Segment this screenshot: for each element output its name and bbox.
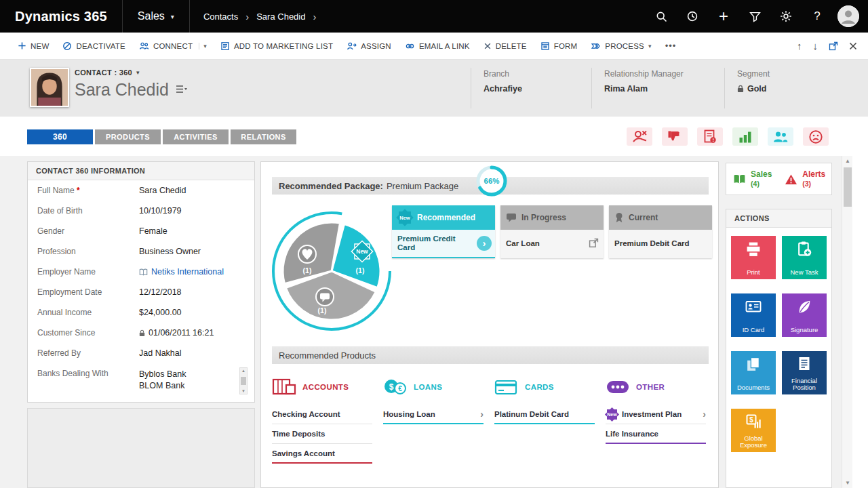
app-logo[interactable]: Dynamics 365 [0,9,122,24]
banks-scrollbar[interactable]: ▲ ▼ [239,367,248,394]
svg-text:(1): (1) [303,266,312,274]
package-card-current[interactable]: Current Premium Debit Card [609,205,712,258]
sales-alerts-panel: Sales (4) Alerts (3) [726,163,832,195]
svg-text:$: $ [749,416,753,424]
field-value[interactable]: $24,000.00 [139,308,182,317]
scroll-up-icon[interactable]: ▲ [842,156,853,166]
email-a-link-button[interactable]: EMAIL A LINK [398,33,477,59]
scroll-thumb[interactable] [241,377,246,385]
more-commands-button[interactable]: ••• [658,41,684,51]
page-scrollbar[interactable]: ▲ ▼ [842,156,852,488]
people-icon[interactable] [768,127,793,146]
breadcrumb-contacts[interactable]: Contacts [203,12,238,22]
thumbs-down-icon[interactable] [662,127,688,146]
action-new-task[interactable]: New Task [782,236,827,279]
product-item[interactable]: Platinum Debit Card [494,405,595,424]
action-id-card[interactable]: ID Card [731,293,776,337]
employer-link[interactable]: Netiks International [139,267,224,277]
quick-create-icon[interactable]: + [709,2,738,30]
product-item[interactable]: Housing Loan › [383,405,484,424]
popout-icon[interactable] [829,41,838,51]
header-field-relationship-manager[interactable]: Relationship Manager Rima Alam [591,68,724,108]
product-item[interactable]: Life Insurance [606,424,706,444]
lock-icon [139,329,145,337]
help-icon[interactable]: ? [803,2,831,30]
user-avatar[interactable] [834,2,863,30]
connect-dropdown[interactable]: ▾ [199,43,207,49]
contact-photo[interactable] [30,68,69,107]
list-icon [220,41,230,51]
action-global-exposure[interactable]: $ Global Exposure [731,409,776,452]
recommendations-panel: Recommended Package: Premium Package 66% [260,161,719,488]
filter-icon[interactable] [741,2,769,30]
scroll-up-icon[interactable]: ▲ [241,369,245,373]
recent-history-icon[interactable] [678,2,707,30]
product-item[interactable]: Savings Account [272,444,372,464]
add-to-marketing-list-button[interactable]: ADD TO MARKETING LIST [214,33,340,59]
breadcrumb-record[interactable]: Sara Chedid [256,12,305,22]
form-selector-icon[interactable] [176,84,187,96]
new-button[interactable]: NEW [11,33,56,59]
scroll-down-icon[interactable]: ▼ [842,478,853,488]
field-value[interactable]: Female [139,226,167,236]
product-item[interactable]: New Investment Plan › [606,405,706,424]
field-row-profession: Profession Business Owner [28,241,254,262]
product-item[interactable]: Time Deposits [272,424,372,444]
field-value[interactable]: 01/06/2011 16:21 [139,328,214,338]
documents-icon [745,356,762,373]
field-value[interactable]: Byblos Bank BLOM Bank [139,369,186,392]
close-icon[interactable] [849,42,857,50]
sad-face-icon[interactable] [803,127,829,146]
chevron-down-icon: ▾ [648,43,652,49]
field-value[interactable]: 10/10/1979 [139,206,182,216]
up-arrow-icon[interactable]: ↑ [797,40,802,52]
process-button[interactable]: PROCESS ▾ [584,33,658,59]
form-button[interactable]: FORM [534,33,585,59]
scroll-down-icon[interactable]: ▼ [241,389,245,393]
product-category-cards: CARDS Platinum Debit Card [494,369,595,464]
settings-gear-icon[interactable] [772,2,800,30]
document-alert-icon[interactable] [697,127,723,146]
assign-button[interactable]: ASSIGN [340,33,398,59]
tab-relations[interactable]: RELATIONS [231,129,296,144]
tab-activities[interactable]: ACTIVITIES [163,129,229,144]
field-value[interactable]: Jad Nakhal [139,348,182,358]
field-value[interactable]: Sara Chedid [139,186,186,195]
tab-360[interactable]: 360 [27,129,93,144]
svg-text:€: € [398,385,402,392]
scroll-thumb[interactable] [844,167,852,207]
hand-coin-icon[interactable] [627,127,652,146]
open-record-icon[interactable] [589,238,599,250]
record-type-selector[interactable]: CONTACT : 360 ▾ [75,68,187,77]
package-card-in-progress[interactable]: In Progress Car Loan [500,205,604,258]
product-item[interactable]: Checking Account [272,405,372,424]
action-signature[interactable]: Signature [782,293,827,337]
connect-button[interactable]: CONNECT ▾ [132,33,214,59]
header-field-branch[interactable]: Branch Achrafiye [471,68,591,108]
action-financial-position[interactable]: Financial Position [782,351,827,394]
delete-button[interactable]: DELETE [477,33,534,59]
main-content: CONTACT 360 INFORMATION Full Name Sara C… [0,156,842,488]
header-field-segment[interactable]: Segment Gold [724,68,845,108]
form-icon [540,41,550,51]
action-print[interactable]: Print [731,236,776,279]
secondary-left-panel [27,408,255,488]
field-row-referred-by: Referred By Jad Nakhal [28,343,254,363]
action-documents[interactable]: Documents [731,351,776,394]
alerts-summary[interactable]: Alerts (3) [779,163,832,195]
deactivate-icon [62,41,72,51]
field-value[interactable]: Business Owner [139,247,201,256]
product-category-other: OTHER New Investment Plan › Life Insuran… [606,369,706,464]
app-switcher[interactable]: Sales ▾ [122,0,190,33]
down-arrow-icon[interactable]: ↓ [813,40,818,52]
deactivate-button[interactable]: DEACTIVATE [56,33,132,59]
sales-summary[interactable]: Sales (4) [726,163,779,195]
tab-products[interactable]: PRODUCTS [95,129,161,144]
record-type-label: CONTACT : 360 [75,68,132,77]
bar-chart-icon[interactable] [732,127,758,146]
id-card-icon [745,298,762,314]
field-value[interactable]: 12/12/2018 [139,287,182,297]
chevron-right-icon[interactable]: › [477,236,492,251]
search-icon[interactable] [647,2,675,30]
package-card-recommended[interactable]: New Recommended Premium Credit Card › [392,205,495,258]
